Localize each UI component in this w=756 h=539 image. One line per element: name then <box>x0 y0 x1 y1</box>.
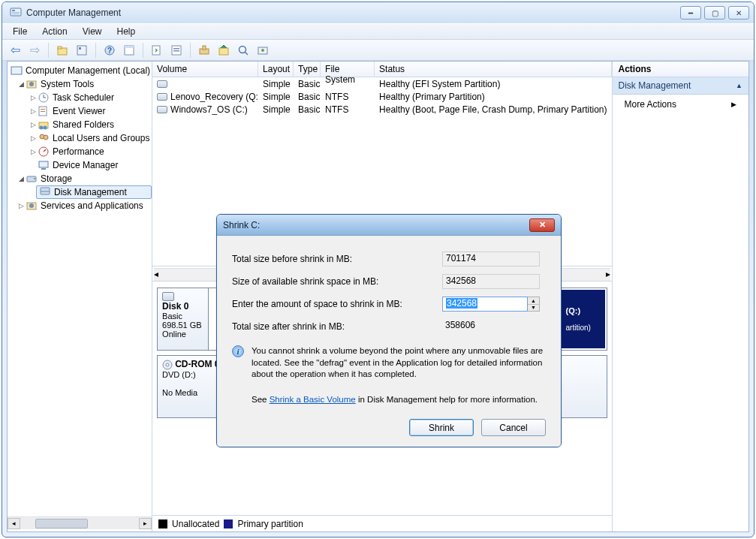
settings-button[interactable] <box>168 42 185 59</box>
toolbar: ⇦ ⇨ ? <box>2 40 754 61</box>
back-button[interactable]: ⇦ <box>7 42 23 59</box>
dialog-close-button[interactable]: ✕ <box>529 218 555 232</box>
tree-services-apps[interactable]: ▷ Services and Applications <box>8 199 152 212</box>
close-button[interactable]: ✕ <box>728 6 749 20</box>
svg-rect-5 <box>58 47 62 49</box>
tree-storage[interactable]: ◢ Storage <box>8 172 152 185</box>
tree-disk-management[interactable]: Disk Management <box>36 185 152 199</box>
tree-device-manager[interactable]: Device Manager <box>8 158 152 172</box>
tree-label: Disk Management <box>54 187 127 197</box>
tree-shared-folders[interactable]: ▷ Shared Folders <box>8 118 152 131</box>
shrink-amount-label: Enter the amount of space to shrink in M… <box>232 299 442 309</box>
svg-rect-1 <box>12 10 15 11</box>
spinner-up[interactable]: ▲ <box>528 297 539 305</box>
tb-icon-3[interactable] <box>235 42 251 59</box>
actions-section[interactable]: Disk Management ▲ <box>613 77 748 95</box>
tree-label: System Tools <box>41 79 94 89</box>
menu-file[interactable]: File <box>5 25 35 38</box>
col-volume[interactable]: Volume <box>152 62 258 77</box>
tree-hscroll[interactable]: ◂ ▸ <box>8 516 152 529</box>
tree-label: Event Viewer <box>53 106 105 116</box>
partition-q[interactable]: (Q:) artition) <box>560 290 605 348</box>
refresh-button[interactable] <box>149 42 165 59</box>
svg-point-22 <box>261 49 264 52</box>
tree-local-users[interactable]: ▷ Local Users and Groups <box>8 131 152 145</box>
tree-label: Performance <box>53 146 104 157</box>
expand-icon[interactable]: ▷ <box>29 107 38 115</box>
svg-rect-6 <box>77 46 86 55</box>
svg-point-42 <box>34 178 35 179</box>
svg-point-46 <box>29 203 34 208</box>
col-type[interactable]: Type <box>294 62 321 77</box>
drive-icon <box>157 80 167 88</box>
props-button[interactable] <box>74 42 90 59</box>
actions-header: Actions <box>613 62 748 77</box>
volume-row[interactable]: Simple Basic Healthy (EFI System Partiti… <box>152 77 611 90</box>
svg-rect-23 <box>11 67 22 74</box>
expand-icon[interactable]: ▷ <box>29 134 38 142</box>
total-before-label: Total size before shrink in MB: <box>232 254 442 264</box>
expand-icon[interactable]: ▷ <box>17 202 26 209</box>
drive-icon <box>157 93 167 101</box>
scroll-left-button[interactable]: ◂ <box>8 518 20 529</box>
svg-rect-44 <box>41 188 50 191</box>
drive-icon <box>157 106 167 113</box>
menu-action[interactable]: Action <box>35 25 74 38</box>
total-after-label: Total size after shrink in MB: <box>232 321 442 332</box>
scroll-thumb[interactable] <box>35 519 88 528</box>
svg-rect-11 <box>125 46 134 48</box>
volume-header: Volume Layout Type File System Status <box>152 62 611 77</box>
minimize-button[interactable]: ━ <box>680 6 701 20</box>
tree-system-tools[interactable]: ◢ System Tools <box>8 77 152 91</box>
col-layout[interactable]: Layout <box>258 62 294 77</box>
volume-row[interactable]: Lenovo_Recovery (Q:) Simple Basic NTFS H… <box>152 90 611 103</box>
dialog-titlebar[interactable]: Shrink C: ✕ <box>217 215 561 236</box>
col-status[interactable]: Status <box>375 62 611 77</box>
tb-icon-2[interactable] <box>215 42 232 59</box>
expand-icon[interactable]: ▷ <box>29 148 38 155</box>
tree-event-viewer[interactable]: ▷ Event Viewer <box>8 104 152 118</box>
shrink-help-link[interactable]: Shrink a Basic Volume <box>270 395 356 404</box>
svg-point-34 <box>44 126 47 130</box>
maximize-button[interactable]: ▢ <box>704 6 725 20</box>
tb-icon-4[interactable] <box>255 42 271 59</box>
help-button[interactable]: ? <box>101 42 118 59</box>
scroll-right-button[interactable]: ▸ <box>606 269 610 281</box>
collapse-icon[interactable]: ◢ <box>17 175 26 182</box>
legend-primary-swatch <box>224 519 233 528</box>
disk-name: Disk 0 <box>162 301 188 312</box>
svg-rect-3 <box>12 14 20 14</box>
more-actions-item[interactable]: More Actions ▶ <box>613 95 748 114</box>
legend-unallocated-swatch <box>158 519 167 528</box>
svg-rect-30 <box>41 109 45 110</box>
tree-task-scheduler[interactable]: ▷ Task Scheduler <box>8 91 152 104</box>
collapse-icon[interactable]: ◢ <box>17 80 26 88</box>
tree-root[interactable]: Computer Management (Local) <box>8 64 152 77</box>
content-area: Computer Management (Local) ◢ System Too… <box>7 61 749 532</box>
available-space-value: 342568 <box>442 274 540 289</box>
shrink-amount-spinner[interactable]: ▲▼ <box>528 297 540 312</box>
shrink-amount-input[interactable]: 342568 <box>442 297 528 312</box>
svg-point-48 <box>166 363 169 366</box>
expand-icon[interactable]: ▷ <box>29 121 38 128</box>
cancel-button[interactable]: Cancel <box>481 419 546 436</box>
svg-point-33 <box>40 126 44 130</box>
menu-view[interactable]: View <box>75 25 110 38</box>
svg-rect-2 <box>12 12 20 13</box>
scroll-right-button[interactable]: ▸ <box>139 518 152 529</box>
tree-performance[interactable]: ▷ Performance <box>8 145 152 158</box>
shrink-button[interactable]: Shrink <box>409 419 474 436</box>
views-button[interactable] <box>121 42 137 59</box>
svg-point-25 <box>29 82 34 86</box>
menu-help[interactable]: Help <box>110 25 143 38</box>
cdrom-name: CD-ROM 0 <box>175 359 219 369</box>
spinner-down[interactable]: ▼ <box>528 305 539 312</box>
tb-icon-1[interactable] <box>196 42 212 59</box>
expand-icon[interactable]: ▷ <box>29 94 38 101</box>
actions-pane: Actions Disk Management ▲ More Actions ▶ <box>613 62 748 531</box>
titlebar: Computer Management ━ ▢ ✕ <box>2 2 754 23</box>
forward-button[interactable]: ⇨ <box>26 42 43 59</box>
col-filesystem[interactable]: File System <box>321 62 375 77</box>
volume-row[interactable]: Windows7_OS (C:) Simple Basic NTFS Healt… <box>152 103 611 116</box>
up-button[interactable] <box>54 42 71 59</box>
